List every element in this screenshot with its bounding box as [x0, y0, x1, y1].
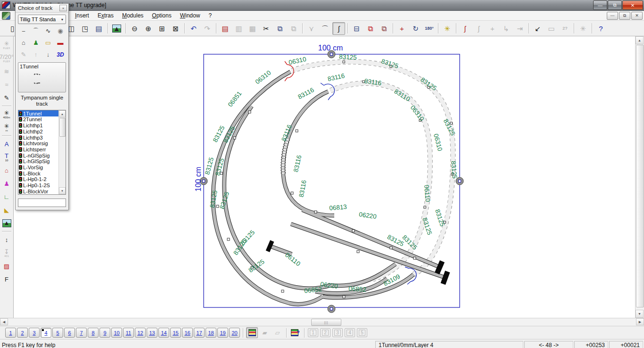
- track-list[interactable]: 1Tunnel2TunnelLichthp1Lichthp2Lichthp3Li…: [18, 110, 66, 195]
- manufacturer-dropdown[interactable]: Tillig TT Standa ▼: [18, 15, 66, 24]
- layer-button-3[interactable]: 3: [29, 328, 40, 338]
- menu-extras[interactable]: Extras: [93, 11, 118, 20]
- insert-house[interactable]: ⌂: [0, 164, 13, 176]
- layers-dialog[interactable]: ?: [289, 327, 301, 338]
- background-image[interactable]: ▲: [110, 22, 123, 35]
- list-item[interactable]: Lichthp3: [18, 134, 59, 141]
- list-item[interactable]: 2Tunnel: [18, 116, 59, 123]
- list-item[interactable]: Lichthp2: [18, 129, 59, 135]
- list-item[interactable]: L-VorSig: [18, 165, 59, 171]
- list-item[interactable]: L-Hp0-1-2: [18, 176, 59, 182]
- layer-button-13[interactable]: 13: [147, 328, 157, 338]
- send-to-back[interactable]: ⧉: [378, 22, 390, 35]
- restore-button[interactable]: ⧉: [608, 0, 622, 10]
- vertical-scroll-thumb[interactable]: [636, 45, 644, 307]
- vertical-scrollbar[interactable]: ▲ ▼: [635, 36, 644, 318]
- curve-tool[interactable]: ⌒: [319, 22, 331, 35]
- insert-gradient[interactable]: ▨: [0, 260, 13, 272]
- insert-number[interactable]: T10: [0, 151, 13, 163]
- close-button[interactable]: ✕: [622, 0, 643, 10]
- list-item[interactable]: Lichtsperr: [18, 147, 59, 153]
- threed-button[interactable]: 3D: [55, 50, 66, 59]
- move-element[interactable]: +: [396, 22, 408, 35]
- list-scroll-thumb[interactable]: [59, 118, 66, 137]
- layer-button-4[interactable]: 4: [41, 328, 51, 338]
- insert-route[interactable]: ∟: [0, 191, 13, 203]
- horizontal-scroll-thumb[interactable]: |||: [311, 319, 341, 326]
- list-scroll-down-icon[interactable]: ▼: [59, 187, 66, 194]
- layer-button-17[interactable]: 17: [194, 328, 205, 338]
- building-button[interactable]: ⌂: [18, 38, 29, 48]
- list-item[interactable]: L-BlockVor: [18, 188, 59, 194]
- parts-list-red[interactable]: ▤: [219, 22, 231, 35]
- rotate-180[interactable]: 180°: [423, 22, 436, 35]
- panel-close-icon[interactable]: ×: [59, 5, 67, 11]
- cut[interactable]: ✂: [260, 22, 272, 35]
- layer-button-12[interactable]: 12: [135, 328, 146, 338]
- menu-modules[interactable]: Modules: [118, 11, 148, 20]
- horizontal-scrollbar[interactable]: ◀ ||| ▶: [0, 318, 644, 326]
- height-spacing[interactable]: ↕: [0, 233, 13, 246]
- minimize-button[interactable]: —: [593, 0, 607, 10]
- list-item[interactable]: L-nGlSpSig: [18, 152, 59, 158]
- list-item[interactable]: 1Tunnel: [18, 110, 59, 116]
- list-item[interactable]: L-Block: [18, 170, 59, 176]
- insert-figure[interactable]: ♟: [0, 177, 13, 190]
- menu-help[interactable]: ?: [204, 11, 216, 20]
- list-scrollbar[interactable]: ▲ ▼: [58, 110, 66, 194]
- undo[interactable]: ↶: [187, 22, 200, 35]
- bring-to-front[interactable]: ⧉: [364, 22, 377, 35]
- list-item[interactable]: Lichthp1: [18, 123, 59, 129]
- menu-options[interactable]: Options: [148, 11, 175, 20]
- measure-rect[interactable]: ✳▭: [0, 121, 13, 133]
- layer-button-1[interactable]: 1: [5, 328, 16, 338]
- figures-button[interactable]: ♟: [30, 38, 41, 48]
- layer-button-15[interactable]: 15: [170, 328, 181, 338]
- list-item[interactable]: L-hGlSpSig: [18, 158, 59, 165]
- flex-track-button[interactable]: ∿: [42, 26, 54, 36]
- insert-image[interactable]: ▲: [0, 217, 13, 229]
- layer-button-6[interactable]: 6: [64, 328, 75, 338]
- turntable-button[interactable]: ◉: [55, 26, 66, 36]
- mdi-restore-button[interactable]: ⧉: [619, 12, 630, 20]
- list-item[interactable]: L-Hp0-1-2S: [18, 182, 59, 189]
- vehicle-button[interactable]: ▬: [55, 38, 66, 48]
- copy[interactable]: ⧉: [273, 22, 286, 35]
- measure-length[interactable]: ✳400m: [0, 108, 13, 120]
- jump-to-element[interactable]: ↙: [531, 22, 544, 35]
- layer-button-9[interactable]: 9: [99, 328, 110, 338]
- drawing-canvas[interactable]: .db{fill:none;stroke:#9d9d9d;stroke-widt…: [14, 36, 635, 318]
- straight-track-button[interactable]: ⎯: [18, 26, 29, 36]
- layer-button-14[interactable]: 14: [158, 328, 169, 338]
- menu-window[interactable]: Window: [176, 11, 205, 20]
- mdi-close-button[interactable]: ✕: [631, 12, 643, 20]
- zoom-fit[interactable]: ⊠: [169, 22, 182, 35]
- context-help[interactable]: ?: [594, 22, 607, 35]
- menu-insert[interactable]: Insert: [71, 11, 93, 20]
- scroll-right-button[interactable]: ▶: [636, 318, 644, 325]
- zoom-in[interactable]: ⊕: [142, 22, 155, 35]
- panel-header[interactable]: Choice of track ×: [16, 4, 68, 13]
- zoom-window[interactable]: ⊞: [156, 22, 168, 35]
- print-pages[interactable]: ◳: [79, 22, 91, 35]
- layer-button-11[interactable]: 11: [123, 328, 134, 338]
- layer-button-20[interactable]: 20: [229, 328, 240, 338]
- rotate-element[interactable]: ↻: [409, 22, 422, 35]
- show-all-layers[interactable]: [246, 327, 258, 338]
- layer-button-7[interactable]: 7: [76, 328, 87, 338]
- layer-button-18[interactable]: 18: [206, 328, 216, 338]
- flex-curve-tool[interactable]: ∫: [332, 22, 345, 35]
- scroll-down-button[interactable]: ▼: [636, 310, 644, 318]
- mdi-minimize-button[interactable]: —: [607, 12, 618, 20]
- track-profile[interactable]: F: [0, 273, 13, 285]
- zoom-out[interactable]: ⊖: [128, 22, 141, 35]
- list-item[interactable]: Lichtvorsig: [18, 141, 59, 147]
- layer-button-5[interactable]: 5: [52, 328, 63, 338]
- insert-element[interactable]: ✳: [441, 22, 454, 35]
- insert-text[interactable]: A: [0, 138, 13, 150]
- platform-button[interactable]: ▭: [42, 38, 54, 48]
- track-filter-input[interactable]: [18, 199, 66, 207]
- list-scroll-up-icon[interactable]: ▲: [59, 110, 66, 117]
- layer-button-2[interactable]: 2: [17, 328, 28, 338]
- layer-button-19[interactable]: 19: [217, 328, 228, 338]
